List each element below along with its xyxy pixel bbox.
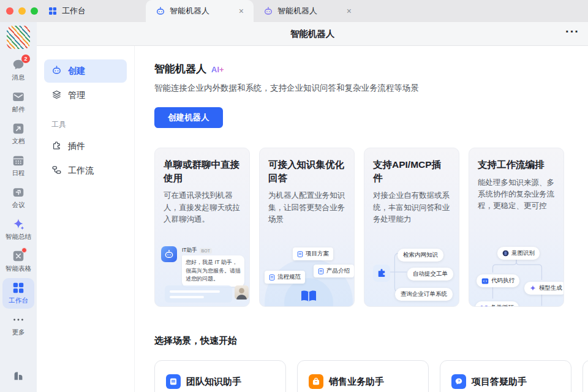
scenario-card-team-knowledge[interactable]: 团队知识助手 解答团队业务问题，便于团队 [154, 360, 286, 392]
knowledge-tag: 项目方案 [293, 247, 333, 260]
knowledge-tag: 产品介绍 [314, 265, 354, 277]
card-desc: 为机器人配置业务知识集，让回答更契合业务场景 [268, 190, 345, 225]
traffic-lights [0, 0, 38, 22]
minimize-window-button[interactable] [18, 7, 26, 15]
card-desc: 能处理多知识来源、多系统协作的复杂业务流程，更稳定、更可控 [478, 177, 555, 213]
card-desc: 可在通讯录找到机器人，直接发起聊天或拉入群聊沟通。 [164, 190, 241, 225]
sparkle-icon [529, 285, 537, 292]
workflow-node: 意图识别 [497, 247, 540, 260]
layers-icon [51, 89, 62, 102]
tab-robot-active[interactable]: 智能机器人 × [146, 0, 254, 22]
main-content: 智能机器人 AI+ 智能连接企业内外数据和系统，支持企业知识问答和复杂业务流程等… [135, 46, 588, 392]
workflow-icon [51, 165, 62, 177]
sidebar-item-manage[interactable]: 管理 [44, 84, 127, 107]
card-title: 支持API/MCP插件 [373, 158, 450, 184]
loop-icon [480, 305, 488, 307]
rail-item-mail[interactable]: 邮件 [2, 87, 34, 118]
feature-card-workflow[interactable]: 意图识别 代码执行 模型生成 [469, 148, 564, 307]
close-tab-icon[interactable]: × [236, 6, 246, 17]
rail-item-ai-table[interactable]: 智能表格 [2, 246, 34, 277]
rail-item-docs[interactable]: 文档 [2, 119, 34, 149]
sidebar-item-label: 管理 [68, 90, 85, 101]
robot-icon [263, 6, 273, 16]
feature-card-chat[interactable]: IT助手 BOT 您好，我是 IT 助手，很高兴为您服务。请描述您的问题。 [154, 148, 250, 307]
question-bubble-icon: ? [451, 374, 466, 389]
briefcase-icon [309, 374, 323, 389]
video-meeting-icon [12, 186, 25, 199]
sidebar-item-plugins[interactable]: 插件 [44, 135, 127, 158]
calendar-icon [12, 154, 25, 167]
doc-icon [297, 251, 303, 258]
rail-item-messages[interactable]: 2 消息 [2, 55, 34, 86]
rail-item-workplace[interactable]: 工作台 [2, 278, 34, 309]
ai-plus-badge: AI+ [211, 65, 224, 74]
robot-icon [156, 6, 165, 16]
zoom-window-button[interactable] [31, 7, 38, 15]
user-avatar[interactable] [7, 26, 30, 49]
plugin-pill: 检索内网知识 [398, 249, 443, 262]
docs-icon [12, 122, 25, 135]
tab-workplace[interactable]: 工作台 [38, 0, 146, 22]
chat-bubble-icon: 2 [12, 58, 25, 72]
rail-item-more[interactable]: 更多 [2, 310, 34, 341]
scenario-card-sales[interactable]: 销售业务助手 为销售市场团队提供知识解 [297, 360, 429, 392]
robot-sidebar: 创建 管理 工具 插件 [37, 46, 135, 392]
plugin-pill: 自动提交工单 [407, 268, 453, 281]
card-title: 可接入知识集优化回答 [268, 158, 345, 184]
page-title: 智能机器人 [290, 28, 335, 40]
sidebar-item-workflow[interactable]: 工作流 [44, 159, 127, 183]
tab-label: 智能机器人 [170, 6, 209, 17]
placeholder-bubble [165, 285, 232, 303]
bot-name: IT助手 [182, 247, 197, 254]
puzzle-icon [51, 140, 62, 153]
robot-icon [51, 65, 62, 77]
create-robot-button[interactable]: 创建机器人 [154, 107, 223, 128]
sidebar-item-label: 插件 [68, 141, 85, 152]
scenario-card-partial[interactable] [582, 360, 588, 392]
sidebar-item-label: 工作流 [68, 165, 94, 176]
card-title: 支持工作流编排 [478, 158, 555, 172]
sparkle-icon [12, 217, 25, 231]
puzzle-icon [373, 265, 390, 282]
rail-item-meetings[interactable]: 会议 [2, 183, 34, 213]
scenario-section-title: 选择场景，快速开始 [154, 335, 588, 347]
close-tab-icon[interactable]: × [344, 6, 354, 17]
open-book-icon [299, 288, 318, 307]
sidebar-item-label: 创建 [68, 66, 85, 77]
knowledge-base-icon [166, 374, 181, 389]
bot-avatar [161, 246, 177, 262]
more-dots-icon [12, 313, 25, 326]
feature-cards-row: IT助手 BOT 您好，我是 IT 助手，很高兴为您服务。请描述您的问题。 [154, 148, 588, 307]
rail-item-calendar[interactable]: 日程 [2, 151, 34, 181]
svg-text:?: ? [458, 379, 460, 383]
sidebar-item-create[interactable]: 创建 [44, 59, 127, 83]
bar-chart-icon [12, 369, 25, 382]
more-menu-button[interactable]: ··· [565, 24, 579, 39]
bot-badge: BOT [200, 248, 212, 254]
scenario-title: 销售业务助手 [329, 376, 384, 388]
unread-badge: 2 [21, 55, 30, 63]
feature-card-knowledge[interactable]: 项目方案 产品介绍 流程规范 [259, 148, 355, 307]
scenario-card-project-qa[interactable]: ? 项目答疑助手 项目成员可咨询项目方案、进 [440, 360, 571, 392]
content-title: 智能机器人 [154, 62, 206, 76]
page-titlebar: 智能机器人 ··· [37, 22, 588, 46]
tab-robot-2[interactable]: 智能机器人 × [254, 0, 361, 22]
workflow-node: 模型生成 [524, 282, 564, 295]
content-subtitle: 智能连接企业内外数据和系统，支持企业知识问答和复杂业务流程等场景 [154, 83, 588, 94]
knowledge-tag: 流程规范 [265, 271, 305, 284]
sidebar-section-label: 工具 [51, 119, 127, 130]
workflow-node: 代码执行 [477, 274, 519, 287]
close-window-button[interactable] [6, 7, 13, 15]
rail-item-analytics[interactable] [2, 366, 34, 386]
card-desc: 对接企业自有数据或系统，丰富知识问答和业务处理能力 [373, 190, 450, 225]
plugin-pill: 查询企业订单系统 [395, 288, 453, 301]
rail-item-ai-summary[interactable]: 智能总结 [2, 214, 34, 245]
tab-label: 工作台 [62, 6, 86, 17]
intent-icon [502, 250, 509, 257]
bot-message-bubble: 您好，我是 IT 助手，很高兴为您服务。请描述您的问题。 [182, 255, 244, 287]
scenario-title: 团队知识助手 [186, 376, 241, 388]
workplace-grid-icon [12, 281, 25, 295]
workflow-node: 条件循环 [475, 301, 519, 307]
feature-card-plugins[interactable]: 检索内网知识 自动提交工单 查询企业订单系统 支持API/MCP插件 对接企业自… [364, 148, 459, 307]
card-title: 单聊或群聊中直接使用 [164, 158, 241, 184]
